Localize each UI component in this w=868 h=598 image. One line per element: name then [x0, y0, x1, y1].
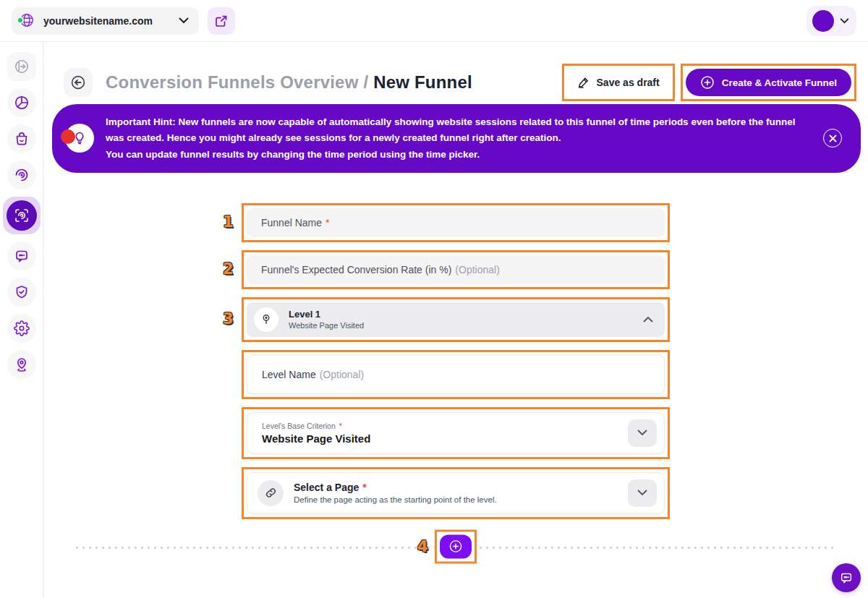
- header-actions: Save as draft Create & Activate Funnel: [562, 64, 856, 101]
- funnel-form: 1 Funnel Name * 2 Funnel's Expected Conv…: [242, 203, 670, 519]
- sidebar-item-funnels[interactable]: [3, 197, 41, 234]
- sidebar-item-settings[interactable]: [7, 314, 36, 343]
- sidebar-item-geo[interactable]: [7, 350, 36, 379]
- breadcrumb-separator: /: [363, 72, 368, 92]
- plus-circle-icon: [700, 75, 715, 90]
- arrow-left-circle-icon: [69, 74, 87, 91]
- collapse-sidebar-icon: [14, 59, 30, 74]
- annotation-box-create: Create & Activate Funnel: [681, 64, 856, 101]
- hint-icon-wrap: [65, 124, 94, 153]
- sidebar-item-dashboard[interactable]: [7, 88, 36, 117]
- chevron-up-icon: [643, 316, 653, 323]
- pin-marker-icon: [254, 307, 278, 332]
- main-content: Conversion Funnels Overview / New Funnel…: [43, 42, 868, 598]
- funnel-name-input[interactable]: Funnel Name *: [247, 208, 665, 237]
- pencil-icon: [577, 76, 590, 89]
- breadcrumb-parent[interactable]: Conversion Funnels Overview: [106, 72, 359, 92]
- funnels-active-background: [7, 200, 37, 231]
- page-title: Conversion Funnels Overview / New Funnel: [106, 72, 472, 93]
- required-asterisk: *: [362, 482, 366, 493]
- geo-location-icon: [14, 356, 30, 372]
- level-accordion-row: 3 Level 1 Website Page Visited: [242, 297, 670, 342]
- select-page-row: Select a Page* Define the page acting as…: [242, 467, 670, 519]
- level-accordion-header[interactable]: Level 1 Website Page Visited: [247, 302, 665, 337]
- annotation-number-3: 3: [223, 310, 234, 328]
- base-criterion-row: Level's Base Criterion* Website Page Vis…: [242, 407, 670, 459]
- dashboard-pie-icon: [14, 95, 30, 111]
- shopping-bag-icon: [14, 131, 30, 147]
- hint-banner: Important Hint: New funnels are now capa…: [52, 104, 861, 173]
- settings-gear-icon: [14, 320, 30, 336]
- create-activate-button[interactable]: Create & Activate Funnel: [686, 69, 851, 96]
- annotation-box-funnel-name: Funnel Name *: [242, 203, 670, 242]
- funnels-target-icon: [14, 208, 30, 223]
- status-dot: [17, 17, 24, 24]
- annotation-box-add-level: [435, 529, 477, 563]
- add-level-divider: 4: [43, 525, 868, 568]
- hint-text: Important Hint: New funnels are now capa…: [106, 114, 809, 163]
- sidebar-item-compliance[interactable]: [7, 278, 36, 307]
- banner-close-button[interactable]: [823, 129, 842, 148]
- shield-check-icon: [14, 284, 30, 300]
- optional-label: (Optional): [455, 264, 499, 275]
- annotation-number-1: 1: [223, 213, 234, 231]
- level-name-input[interactable]: Level Name (Optional): [247, 355, 665, 394]
- annotation-box-level-header: Level 1 Website Page Visited: [242, 297, 670, 342]
- feedback-chat-icon: [14, 248, 30, 264]
- chevron-down-icon: [179, 17, 189, 24]
- add-level-button[interactable]: [440, 534, 472, 558]
- level-subtitle: Website Page Visited: [289, 321, 643, 330]
- select-page-description: Define the page acting as the starting p…: [294, 495, 628, 504]
- conversion-rate-row: 2 Funnel's Expected Conversion Rate (in …: [242, 250, 670, 289]
- link-icon: [258, 480, 284, 506]
- session-replay-icon: [14, 167, 30, 183]
- sidebar: [0, 42, 43, 598]
- required-asterisk: *: [326, 217, 329, 228]
- base-criterion-dropdown-button[interactable]: [628, 419, 657, 447]
- level-name-row: Level Name (Optional): [242, 350, 670, 399]
- annotation-number-4: 4: [417, 538, 428, 555]
- avatar: [812, 10, 834, 32]
- annotation-box-save-draft: Save as draft: [562, 64, 675, 101]
- chevron-down-icon: [637, 430, 647, 436]
- website-status-icon: [19, 12, 36, 30]
- sidebar-item-session-replay[interactable]: [7, 161, 36, 189]
- plus-circle-icon: [448, 539, 463, 554]
- optional-label: (Optional): [320, 369, 364, 380]
- select-page-select[interactable]: Select a Page* Define the page acting as…: [247, 472, 665, 514]
- sidebar-collapse-button[interactable]: [7, 52, 36, 81]
- annotation-number-2: 2: [223, 260, 234, 278]
- required-asterisk: *: [339, 422, 342, 430]
- save-draft-button[interactable]: Save as draft: [567, 69, 670, 96]
- chat-bubble-icon: [839, 571, 854, 585]
- close-icon: [829, 134, 837, 142]
- page-header: Conversion Funnels Overview / New Funnel…: [43, 42, 868, 100]
- annotation-box-base-criterion: Level's Base Criterion* Website Page Vis…: [242, 407, 670, 459]
- base-criterion-label: Level's Base Criterion*: [262, 422, 628, 430]
- website-selector[interactable]: yourwebsitename.com: [12, 7, 199, 35]
- add-level-wrap: 4: [435, 529, 477, 563]
- sidebar-item-ecommerce[interactable]: [7, 124, 36, 153]
- annotation-box-conversion-rate: Funnel's Expected Conversion Rate (in %)…: [242, 250, 670, 289]
- sidebar-item-feedback[interactable]: [7, 242, 36, 270]
- chevron-down-icon: [840, 18, 849, 24]
- level-title: Level 1: [289, 309, 643, 320]
- external-link-icon: [215, 14, 228, 27]
- base-criterion-value: Website Page Visited: [262, 432, 628, 445]
- chevron-down-icon: [637, 490, 647, 496]
- funnel-name-row: 1 Funnel Name *: [242, 203, 670, 242]
- website-name: yourwebsitename.com: [43, 15, 153, 27]
- hint-line-1: Important Hint: New funnels are now capa…: [106, 114, 809, 147]
- open-website-button[interactable]: [208, 7, 235, 35]
- select-page-label: Select a Page*: [294, 482, 628, 493]
- annotation-box-level-name: Level Name (Optional): [242, 350, 670, 399]
- back-button[interactable]: [64, 68, 93, 97]
- topbar: yourwebsitename.com: [0, 0, 868, 42]
- select-page-dropdown-button[interactable]: [628, 479, 657, 507]
- hint-line-2: You can update funnel results by changin…: [106, 147, 809, 163]
- conversion-rate-input[interactable]: Funnel's Expected Conversion Rate (in %)…: [247, 255, 665, 284]
- account-menu[interactable]: [807, 6, 856, 36]
- base-criterion-select[interactable]: Level's Base Criterion* Website Page Vis…: [247, 412, 665, 454]
- support-chat-button[interactable]: [832, 563, 861, 592]
- breadcrumb-current: New Funnel: [373, 72, 472, 92]
